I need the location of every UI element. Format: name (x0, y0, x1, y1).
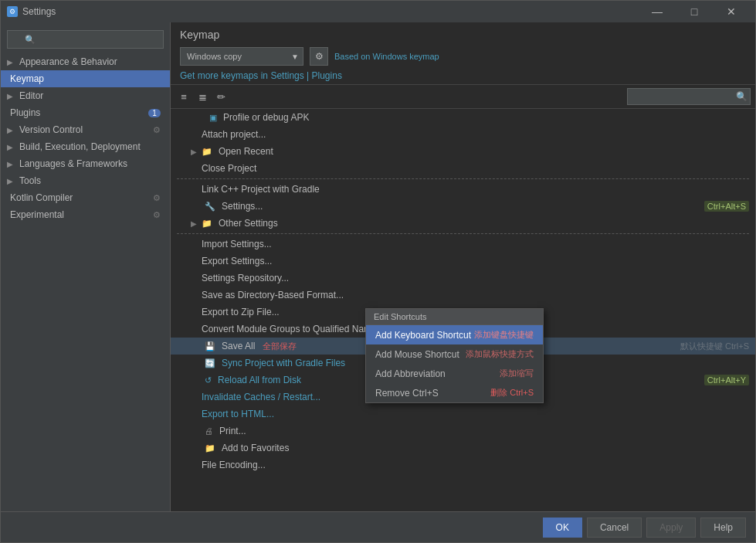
keymap-gear-button[interactable]: ⚙ (310, 47, 328, 66)
sidebar-item-label: Languages & Frameworks (19, 158, 127, 169)
keymap-select-wrapper: Windows copy Default Mac OS X Eclipse ▼ (180, 47, 303, 66)
context-menu: Edit Shortcuts Add Keyboard Shortcut 添加键… (365, 308, 544, 403)
item-label: Add to Favorites (222, 443, 289, 453)
sidebar-item-version-control[interactable]: ▶ Version Control ⚙ (1, 121, 170, 138)
get-more-keymaps-anchor[interactable]: Get more keymaps in Settings | Plugins (180, 70, 342, 81)
keymap-search-input[interactable] (627, 88, 751, 105)
separator-2 (177, 233, 749, 234)
context-menu-item-add-abbr[interactable]: Add Abbreviation 添加缩写 (366, 364, 543, 383)
arrow-icon: ▶ (7, 92, 13, 100)
keymap-list[interactable]: ▣ Profile or debug APK Attach project... (171, 109, 755, 511)
arrow-icon: ▶ (7, 177, 13, 185)
sidebar-item-kotlin[interactable]: Kotlin Compiler ⚙ (1, 189, 170, 206)
context-menu-item-add-mouse[interactable]: Add Mouse Shortcut 添加鼠标快捷方式 (366, 344, 543, 364)
keymap-item-save-as-dir[interactable]: Save as Directory-Based Format... (171, 287, 755, 304)
context-menu-item-add-keyboard[interactable]: Add Keyboard Shortcut 添加键盘快捷键 (366, 325, 543, 344)
sidebar-search-input[interactable] (7, 30, 164, 49)
keymap-item-settings-repo[interactable]: Settings Repository... (171, 270, 755, 287)
folder-icon: 📁 (202, 219, 212, 229)
collapse-all-button[interactable]: ≣ (194, 88, 211, 105)
page-title: Keymap (180, 29, 746, 41)
menu-item-cn-label: 添加键盘快捷键 (474, 329, 534, 341)
keymap-item-export-html[interactable]: Export to HTML... (171, 406, 755, 423)
keymap-item-print[interactable]: 🖨 Print... (171, 423, 755, 439)
sidebar-item-languages[interactable]: ▶ Languages & Frameworks (1, 155, 170, 172)
keymap-item-link-cpp[interactable]: Link C++ Project with Gradle (171, 181, 755, 198)
toolbar-right: 🔍 (627, 88, 751, 105)
expand-icon: ▶ (191, 219, 198, 228)
menu-item-cn-label: 添加鼠标快捷方式 (466, 348, 534, 360)
maximize-button[interactable]: □ (676, 1, 712, 22)
settings-icon: ⚙ (153, 125, 161, 135)
sidebar-item-label: Build, Execution, Deployment (19, 141, 141, 152)
menu-item-label: Add Keyboard Shortcut (375, 330, 471, 341)
favorites-icon: 📁 (205, 443, 215, 453)
context-menu-header: Edit Shortcuts (366, 309, 543, 325)
sidebar-item-keymap[interactable]: Keymap (1, 70, 170, 87)
toolbar-left: ≡ ≣ ✏ (175, 88, 229, 105)
item-label: Print... (219, 426, 246, 436)
sidebar-item-build[interactable]: ▶ Build, Execution, Deployment (1, 138, 170, 155)
save-icon: 💾 (205, 341, 215, 351)
minimize-button[interactable]: — (639, 1, 675, 22)
keymap-item-profile-debug[interactable]: ▣ Profile or debug APK (171, 109, 755, 126)
settings-app-icon: ⚙ (7, 6, 18, 17)
get-more-keymaps-link: Get more keymaps in Settings | Plugins (180, 70, 746, 81)
keymap-item-open-recent[interactable]: ▶ 📁 Open Recent (171, 143, 755, 160)
settings-window: ⚙ Settings — □ ✕ ▶ Appearan (0, 0, 756, 543)
menu-item-cn-label: 删除 Ctrl+S (490, 387, 534, 399)
item-label: Convert Module Groups to Qualified Names… (202, 324, 389, 334)
item-label: File Encoding... (202, 460, 266, 470)
expand-icon: ▶ (191, 148, 198, 156)
based-on-label: Based on Windows keymap (334, 52, 439, 61)
shortcut-badge: 默认快捷键 Ctrl+S (680, 341, 749, 352)
context-menu-item-remove[interactable]: Remove Ctrl+S 删除 Ctrl+S (366, 383, 543, 402)
close-button[interactable]: ✕ (714, 1, 749, 22)
item-label: Save All (222, 341, 255, 351)
window-controls: — □ ✕ (639, 1, 749, 22)
sidebar-item-tools[interactable]: ▶ Tools (1, 172, 170, 189)
item-label: Export Settings... (202, 256, 272, 266)
save-all-cn-label: 全部保存 (263, 341, 297, 352)
sidebar-item-label: Keymap (10, 73, 44, 84)
sidebar-item-label: Version Control (19, 124, 83, 135)
dialog-footer: OK Cancel Apply Help (1, 511, 755, 542)
menu-item-label: Add Abbreviation (375, 368, 446, 379)
main-panel: Keymap Windows copy Default Mac OS X Ecl… (171, 22, 755, 511)
sidebar-item-plugins[interactable]: Plugins 1 (1, 104, 170, 121)
sidebar-item-label: Kotlin Compiler (10, 192, 73, 203)
menu-item-cn-label: 添加缩写 (500, 368, 534, 379)
item-label: Export to HTML... (202, 409, 274, 419)
apply-button[interactable]: Apply (646, 518, 696, 538)
cancel-button[interactable]: Cancel (587, 518, 642, 538)
ok-button[interactable]: OK (543, 518, 582, 538)
keymap-item-other-settings[interactable]: ▶ 📁 Other Settings (171, 215, 755, 232)
item-label: Profile or debug APK (223, 112, 309, 123)
item-label: Export to Zip File... (202, 307, 280, 317)
edit-button[interactable]: ✏ (212, 88, 229, 105)
sidebar-item-appearance[interactable]: ▶ Appearance & Behavior (1, 53, 170, 70)
plugins-badge: 1 (148, 109, 161, 117)
keymap-item-settings[interactable]: 🔧 Settings... Ctrl+Alt+S (171, 198, 755, 215)
item-label: Link C++ Project with Gradle (202, 184, 320, 195)
keymap-item-add-favorites[interactable]: 📁 Add to Favorites (171, 439, 755, 456)
keymap-item-close-project[interactable]: Close Project (171, 160, 755, 177)
arrow-icon: ▶ (7, 126, 13, 134)
arrow-icon: ▶ (7, 58, 13, 66)
expand-all-button[interactable]: ≡ (175, 88, 192, 105)
keymap-dropdown[interactable]: Windows copy Default Mac OS X Eclipse (180, 47, 303, 66)
keymap-item-export-settings[interactable]: Export Settings... (171, 253, 755, 270)
item-label: Reload All from Disk (218, 375, 301, 385)
sidebar-item-experimental[interactable]: Experimental ⚙ (1, 206, 170, 223)
keymap-item-file-encoding[interactable]: File Encoding... (171, 456, 755, 473)
settings-icon: ⚙ (153, 193, 161, 203)
help-button[interactable]: Help (700, 518, 746, 538)
title-bar: ⚙ Settings — □ ✕ (1, 1, 755, 22)
dialog: ▶ Appearance & Behavior Keymap ▶ Editor … (1, 22, 755, 542)
keymap-item-import-settings[interactable]: Import Settings... (171, 236, 755, 253)
shortcut-badge: Ctrl+Alt+Y (704, 375, 749, 385)
shortcut-badge: Ctrl+Alt+S (704, 201, 749, 212)
sidebar-item-editor[interactable]: ▶ Editor (1, 87, 170, 104)
sidebar-search-wrapper (7, 30, 164, 49)
keymap-item-attach-project[interactable]: Attach project... (171, 126, 755, 143)
